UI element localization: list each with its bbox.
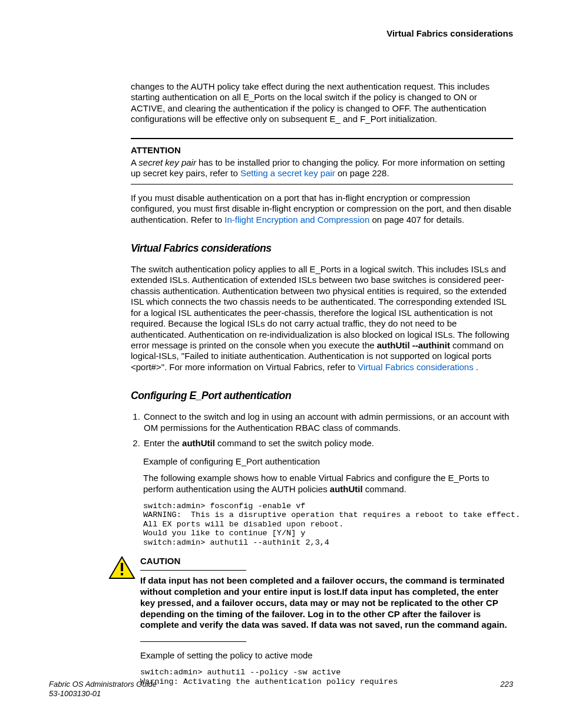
- link-inflight-encryption[interactable]: In-flight Encryption and Compression: [224, 215, 369, 225]
- text: Enter the: [144, 438, 182, 448]
- caution-text: If data input has not been completed and…: [140, 575, 507, 630]
- code-block-1: switch:admin> fosconfig -enable vf WARNI…: [143, 502, 513, 548]
- doc-number: 53-1003130-01: [49, 689, 101, 698]
- authutil-cmd: authUtil: [182, 438, 215, 448]
- text: on page 407 for details.: [369, 215, 464, 225]
- text: command to set the switch policy mode.: [215, 438, 374, 448]
- caution-body: CAUTION If data input has not been compl…: [140, 556, 513, 694]
- caution-title: CAUTION: [140, 556, 246, 571]
- text: on page 228.: [335, 168, 389, 178]
- text: A: [131, 157, 138, 167]
- authutil-command: authUtil --authinit: [377, 340, 450, 350]
- attention-box: ATTENTION A secret key pair has to be in…: [131, 138, 513, 185]
- footer-left: Fabric OS Administrators Guide 53-100313…: [49, 680, 157, 699]
- authutil-cmd-2: authUtil: [330, 484, 363, 494]
- secret-key-pair-term: secret key pair: [138, 157, 196, 167]
- heading-virtual-fabrics: Virtual Fabrics considerations: [131, 242, 487, 255]
- virtual-fabrics-paragraph: The switch authentication policy applies…: [131, 264, 513, 373]
- content-area: changes to the AUTH policy take effect d…: [131, 81, 513, 693]
- attention-body: A secret key pair has to be installed pr…: [131, 157, 513, 179]
- step-2: Enter the authUtil command to set the sw…: [143, 438, 513, 449]
- steps-list: Connect to the switch and log in using a…: [131, 411, 513, 449]
- inflight-paragraph: If you must disable authentication on a …: [131, 193, 513, 225]
- book-title: Fabric OS Administrators Guide: [49, 680, 157, 689]
- page: Virtual Fabrics considerations changes t…: [0, 0, 562, 728]
- text: The following example shows how to enabl…: [143, 473, 490, 493]
- text: .: [474, 362, 478, 372]
- caution-icon: [108, 556, 135, 582]
- page-header-title: Virtual Fabrics considerations: [386, 28, 513, 38]
- page-footer: Fabric OS Administrators Guide 53-100313…: [49, 680, 513, 699]
- text: command.: [363, 484, 406, 494]
- caution-block: CAUTION If data input has not been compl…: [131, 556, 513, 694]
- link-setting-secret-key-pair[interactable]: Setting a secret key pair: [240, 168, 335, 178]
- text: The switch authentication policy applies…: [131, 264, 510, 350]
- link-virtual-fabrics[interactable]: Virtual Fabrics considerations: [358, 362, 473, 372]
- example-description-1: The following example shows how to enabl…: [143, 473, 513, 495]
- intro-paragraph: changes to the AUTH policy take effect d…: [131, 81, 513, 125]
- step-1: Connect to the switch and log in using a…: [143, 411, 513, 433]
- example-title-2: Example of setting the policy to active …: [140, 650, 513, 661]
- caution-bottom-rule: [140, 641, 246, 642]
- heading-configuring-eport: Configuring E_Port authentication: [131, 389, 487, 402]
- attention-title: ATTENTION: [131, 145, 513, 155]
- svg-rect-1: [121, 563, 123, 571]
- svg-rect-2: [121, 573, 123, 575]
- page-number: 223: [500, 680, 513, 699]
- example-title-1: Example of configuring E_Port authentica…: [143, 456, 513, 467]
